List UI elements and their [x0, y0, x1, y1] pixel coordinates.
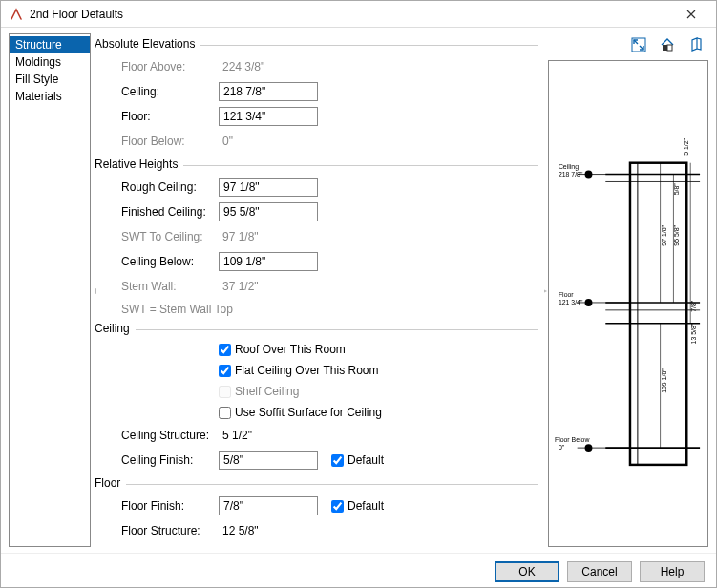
sidebar-item-moldings[interactable]: Moldings — [10, 53, 90, 71]
note-swt: SWT = Stem Wall Top — [121, 299, 538, 318]
svg-text:109 1/8": 109 1/8" — [661, 368, 667, 393]
titlebar: 2nd Floor Defaults — [1, 1, 716, 28]
svg-rect-3 — [630, 163, 686, 465]
sheet-icon[interactable] — [685, 34, 706, 55]
form-panel: ◂ ▸ Absolute Elevations Floor Above: 224… — [95, 33, 548, 547]
input-finished-ceiling[interactable] — [219, 202, 318, 221]
check-floor-finish-default[interactable] — [331, 500, 344, 513]
svg-text:7/8": 7/8" — [690, 300, 697, 312]
sidebar: Structure Moldings Fill Style Materials — [9, 33, 91, 547]
section-floor: Floor — [95, 476, 538, 490]
svg-text:121 3/4": 121 3/4" — [559, 299, 583, 305]
check-soffit-surface[interactable] — [219, 407, 231, 419]
label-soffit-surface: Use Soffit Surface for Ceiling — [235, 406, 382, 419]
window-title: 2nd Floor Defaults — [30, 8, 672, 21]
preview-toolbar — [548, 33, 708, 56]
preview-pane[interactable]: Ceiling 218 7/8" Floor 121 3/4" Floor Be… — [548, 60, 708, 547]
check-roof-over[interactable] — [219, 344, 231, 356]
label-finished-ceiling: Finished Ceiling: — [121, 205, 219, 219]
label-shelf-ceiling: Shelf Ceiling — [235, 385, 299, 398]
label-rough-ceiling: Rough Ceiling: — [121, 180, 219, 194]
label-floor-above: Floor Above: — [121, 60, 219, 74]
label-floor-below: Floor Below: — [121, 135, 219, 148]
svg-text:Floor Below: Floor Below — [555, 436, 589, 443]
input-floor-finish[interactable] — [219, 496, 318, 515]
svg-text:95 5/8": 95 5/8" — [673, 224, 680, 245]
check-ceiling-finish-default[interactable] — [331, 454, 344, 467]
svg-text:218 7/8": 218 7/8" — [559, 171, 583, 178]
input-ceiling-below[interactable] — [219, 252, 318, 271]
svg-rect-1 — [663, 45, 667, 51]
ok-button[interactable]: OK — [495, 561, 559, 582]
input-ceiling-finish[interactable] — [219, 451, 318, 470]
value-stem-wall: 37 1/2" — [219, 280, 259, 293]
check-shelf-ceiling — [219, 386, 231, 398]
label-flat-ceiling: Flat Ceiling Over This Room — [235, 364, 379, 377]
help-button[interactable]: Help — [640, 561, 705, 582]
value-ceiling-structure: 5 1/2" — [219, 429, 252, 442]
label-stem-wall: Stem Wall: — [121, 280, 219, 293]
splitter-left[interactable]: ◂ — [95, 276, 96, 304]
svg-text:Ceiling: Ceiling — [559, 163, 579, 171]
label-roof-over: Roof Over This Room — [235, 343, 346, 356]
svg-text:5/8": 5/8" — [673, 183, 680, 196]
label-ceiling-finish: Ceiling Finish: — [121, 453, 219, 467]
label-floor: Floor: — [121, 110, 219, 123]
check-flat-ceiling[interactable] — [219, 365, 231, 377]
label-ceiling: Ceiling: — [121, 85, 219, 98]
value-floor-below: 0" — [219, 135, 233, 148]
svg-text:97 1/8": 97 1/8" — [661, 224, 667, 245]
label-swt-to-ceiling: SWT To Ceiling: — [121, 230, 219, 243]
sidebar-item-fill-style[interactable]: Fill Style — [10, 71, 90, 88]
house-icon[interactable] — [657, 34, 678, 55]
svg-text:Floor: Floor — [559, 291, 574, 298]
value-floor-above: 224 3/8" — [219, 60, 264, 74]
footer: OK Cancel Help — [1, 553, 716, 588]
svg-text:5 1/2": 5 1/2" — [683, 137, 689, 155]
label-floor-finish-default: Default — [348, 499, 384, 513]
cancel-button[interactable]: Cancel — [567, 561, 632, 582]
svg-rect-2 — [667, 45, 672, 51]
label-ceiling-below: Ceiling Below: — [121, 255, 219, 268]
value-floor-structure: 12 5/8" — [219, 524, 259, 537]
cross-section-diagram: Ceiling 218 7/8" Floor 121 3/4" Floor Be… — [549, 61, 707, 536]
svg-text:13 5/8": 13 5/8" — [690, 323, 697, 344]
label-floor-finish: Floor Finish: — [121, 499, 219, 513]
section-relative-heights: Relative Heights — [95, 158, 538, 171]
svg-text:0": 0" — [559, 444, 565, 451]
input-floor[interactable] — [219, 107, 318, 126]
label-ceiling-finish-default: Default — [348, 453, 384, 467]
sidebar-item-structure[interactable]: Structure — [10, 36, 90, 53]
input-ceiling[interactable] — [219, 82, 318, 101]
section-absolute-elevations: Absolute Elevations — [95, 37, 538, 51]
app-icon — [9, 7, 24, 22]
sidebar-item-materials[interactable]: Materials — [10, 88, 90, 105]
close-button[interactable] — [672, 4, 710, 25]
value-swt-to-ceiling: 97 1/8" — [219, 230, 259, 243]
expand-icon[interactable] — [628, 34, 649, 55]
label-floor-structure: Floor Structure: — [121, 524, 219, 537]
label-ceiling-structure: Ceiling Structure: — [121, 429, 219, 442]
section-ceiling: Ceiling — [95, 322, 538, 335]
input-rough-ceiling[interactable] — [219, 178, 318, 197]
